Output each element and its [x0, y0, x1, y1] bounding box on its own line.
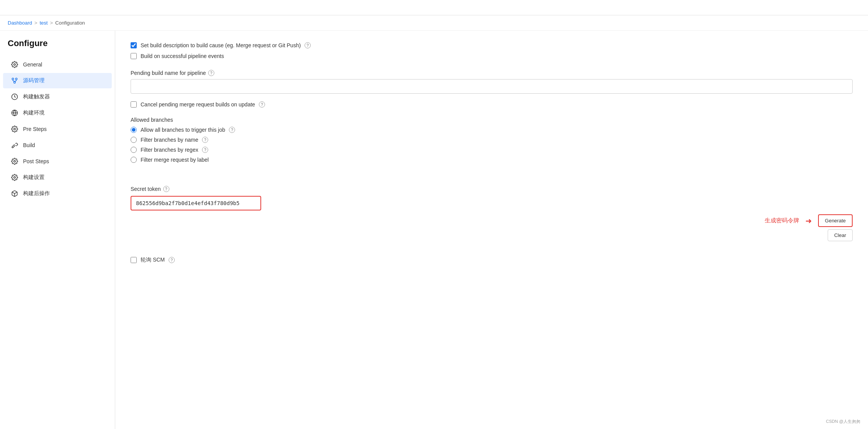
radio-filter-name-row: Filter branches by name ?	[131, 137, 853, 143]
clear-button[interactable]: Clear	[828, 229, 853, 241]
sidebar-label-general: General	[23, 61, 42, 68]
svg-line-7	[15, 81, 17, 81]
pending-build-group: Pending build name for pipeline ?	[131, 70, 853, 94]
hammer-icon	[11, 141, 18, 149]
svg-point-3	[14, 81, 16, 83]
sidebar-title: Configure	[0, 38, 115, 56]
build-pipeline-checkbox[interactable]	[131, 53, 137, 59]
pending-build-label-text: Pending build name for pipeline	[131, 70, 206, 76]
radio-filter-label-label: Filter merge request by label	[141, 157, 209, 163]
radio-all-branches-label: Allow all branches to trigger this job	[141, 127, 225, 133]
svg-point-0	[14, 64, 16, 66]
cancel-pending-help-icon[interactable]: ?	[259, 101, 265, 108]
sidebar-item-settings[interactable]: 构建设置	[3, 170, 112, 185]
sidebar-item-poststeps[interactable]: Post Steps	[3, 154, 112, 169]
globe-icon	[11, 109, 18, 117]
fork-icon	[11, 77, 18, 84]
pending-build-label: Pending build name for pipeline ?	[131, 70, 853, 76]
svg-point-11	[14, 128, 16, 130]
secret-token-input[interactable]	[131, 196, 261, 210]
secret-token-label: Secret token ?	[131, 186, 853, 192]
build-desc-checkbox[interactable]	[131, 42, 137, 48]
radio-filter-regex[interactable]	[131, 147, 137, 153]
radio-filter-regex-label: Filter branches by regex	[141, 147, 198, 153]
svg-point-13	[14, 177, 16, 179]
sidebar-item-postbuild[interactable]: 构建后操作	[3, 186, 112, 201]
breadcrumb-sep-2: >	[50, 20, 53, 26]
radio-all-branches[interactable]	[131, 127, 137, 133]
build-desc-row: Set build description to build cause (eg…	[131, 42, 853, 48]
secret-token-label-text: Secret token	[131, 186, 161, 192]
svg-point-2	[15, 78, 17, 80]
breadcrumb-sep-1: >	[35, 20, 38, 26]
sidebar: Configure General 源码管理	[0, 31, 115, 429]
sidebar-item-env[interactable]: 构建环境	[3, 105, 112, 121]
build-desc-help-icon[interactable]: ?	[305, 42, 311, 48]
sidebar-item-source[interactable]: 源码管理	[3, 73, 112, 88]
all-branches-help-icon[interactable]: ?	[229, 127, 235, 133]
secret-token-help-icon[interactable]: ?	[163, 186, 169, 192]
box-icon	[11, 190, 18, 197]
secret-token-input-row	[131, 196, 853, 210]
poll-scm-row: 轮询 SCM ?	[131, 257, 853, 263]
breadcrumb-current: Configuration	[55, 20, 85, 26]
poll-scm-help-icon[interactable]: ?	[169, 257, 175, 263]
sidebar-label-trigger: 构建触发器	[23, 93, 50, 100]
radio-filter-name[interactable]	[131, 137, 137, 143]
layout: Configure General 源码管理	[0, 31, 868, 429]
radio-filter-regex-row: Filter branches by regex ?	[131, 147, 853, 153]
sidebar-item-build[interactable]: Build	[3, 137, 112, 153]
poll-scm-checkbox[interactable]	[131, 257, 137, 263]
cancel-pending-row: Cancel pending merge request builds on u…	[131, 101, 853, 108]
radio-filter-label-row: Filter merge request by label	[131, 157, 853, 163]
main-content: Set build description to build cause (eg…	[115, 31, 868, 429]
build-desc-label: Set build description to build cause (eg…	[141, 42, 301, 48]
svg-point-12	[14, 161, 16, 162]
breadcrumb: Dashboard > test > Configuration	[0, 15, 868, 31]
svg-point-1	[12, 78, 14, 80]
sidebar-label-poststeps: Post Steps	[23, 158, 49, 164]
breadcrumb-test[interactable]: test	[40, 20, 48, 26]
footer-watermark: CSDN @人生匆匆	[826, 419, 860, 424]
svg-line-6	[13, 81, 15, 81]
settings-icon	[11, 61, 18, 68]
secret-token-section: Secret token ?	[131, 186, 853, 210]
clear-btn-area: Clear	[131, 229, 853, 241]
cancel-pending-checkbox[interactable]	[131, 101, 137, 108]
breadcrumb-dashboard[interactable]: Dashboard	[8, 20, 32, 26]
sidebar-label-settings: 构建设置	[23, 174, 45, 181]
poststeps-icon	[11, 157, 18, 165]
top-bar	[0, 0, 868, 15]
poll-scm-label: 轮询 SCM	[141, 257, 165, 263]
pending-build-help-icon[interactable]: ?	[208, 70, 214, 76]
filter-name-help-icon[interactable]: ?	[202, 137, 208, 143]
filter-regex-help-icon[interactable]: ?	[202, 147, 208, 153]
radio-filter-name-label: Filter branches by name	[141, 137, 198, 143]
build-pipeline-label: Build on successful pipeline events	[141, 53, 224, 59]
build-pipeline-row: Build on successful pipeline events	[131, 53, 853, 59]
sidebar-label-build: Build	[23, 142, 35, 148]
sidebar-label-postbuild: 构建后操作	[23, 190, 50, 197]
sidebar-item-presteps[interactable]: Pre Steps	[3, 121, 112, 137]
presteps-icon	[11, 125, 18, 133]
clock-icon	[11, 93, 18, 101]
pending-build-input[interactable]	[131, 79, 853, 94]
radio-all-branches-row: Allow all branches to trigger this job ?	[131, 127, 853, 133]
settings2-icon	[11, 174, 18, 181]
allowed-branches-label: Allowed branches	[131, 117, 853, 123]
sidebar-label-source: 源码管理	[23, 77, 45, 84]
annotation-arrow: ➜	[805, 216, 812, 225]
radio-filter-label[interactable]	[131, 157, 137, 163]
annotation-text: 生成密码令牌	[765, 217, 799, 224]
generate-button[interactable]: Generate	[818, 214, 853, 227]
sidebar-item-general[interactable]: General	[3, 57, 112, 72]
cancel-pending-label: Cancel pending merge request builds on u…	[141, 101, 255, 108]
sidebar-label-env: 构建环境	[23, 109, 45, 116]
sidebar-item-trigger[interactable]: 构建触发器	[3, 89, 112, 104]
sidebar-label-presteps: Pre Steps	[23, 126, 46, 132]
